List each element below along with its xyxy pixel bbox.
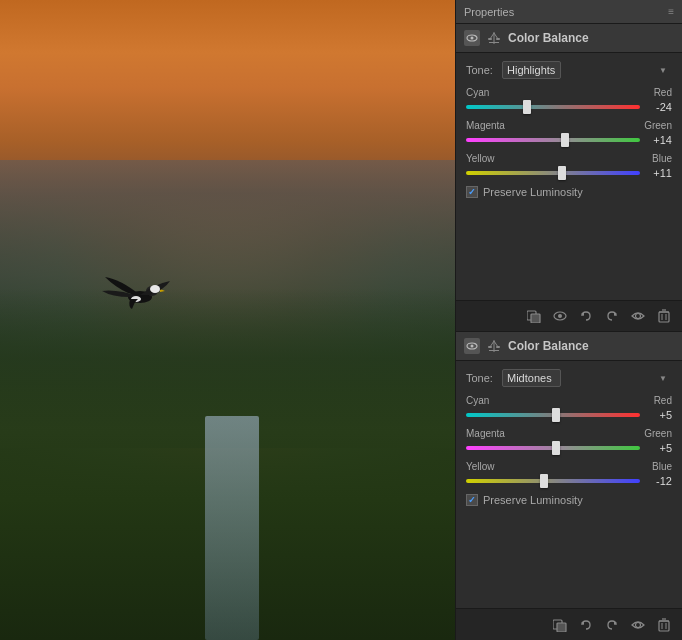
preserve-checkbox-1[interactable] bbox=[466, 186, 478, 198]
slider-track-cr-2 bbox=[466, 413, 640, 417]
preserve-checkbox-2[interactable] bbox=[466, 494, 478, 506]
section-1-balance-icon bbox=[486, 30, 502, 46]
svg-point-19 bbox=[636, 314, 641, 319]
svg-point-4 bbox=[150, 285, 160, 293]
magenta-label-1: Magenta bbox=[466, 120, 505, 131]
slider-track-yb-1 bbox=[466, 171, 640, 175]
magenta-label-2: Magenta bbox=[466, 428, 505, 439]
svg-point-37 bbox=[636, 622, 641, 627]
slider-with-value-cr-2: +5 bbox=[466, 408, 672, 422]
red-label-1: Red bbox=[654, 87, 672, 98]
slider-value-yb-2: -12 bbox=[644, 475, 672, 487]
tone-row-2: Tone: Midtones Shadows Highlights bbox=[466, 369, 672, 387]
tone-select-wrapper-2[interactable]: Midtones Shadows Highlights bbox=[502, 369, 672, 387]
svg-point-16 bbox=[558, 314, 562, 318]
color-balance-section-1: Color Balance Tone: Highlights Midtones … bbox=[456, 24, 682, 300]
slider-track-wrapper-mg-1[interactable] bbox=[466, 133, 640, 147]
preserve-label-1: Preserve Luminosity bbox=[483, 186, 583, 198]
toolbar-eye-icon-1[interactable] bbox=[550, 306, 570, 326]
preserve-label-2: Preserve Luminosity bbox=[483, 494, 583, 506]
tone-select-1[interactable]: Highlights Midtones Shadows bbox=[502, 61, 561, 79]
slider-track-wrapper-1[interactable] bbox=[466, 100, 640, 114]
toolbar-add-icon[interactable] bbox=[524, 306, 544, 326]
tone-select-wrapper-1[interactable]: Highlights Midtones Shadows bbox=[502, 61, 672, 79]
slider-row-1-yellow-blue: Yellow Blue +11 bbox=[466, 153, 672, 180]
eagle bbox=[100, 269, 180, 319]
slider-row-1-magenta-green: Magenta Green +14 bbox=[466, 120, 672, 147]
tone-label-1: Tone: bbox=[466, 64, 496, 76]
slider-thumb-yb-2[interactable] bbox=[540, 474, 548, 488]
panel-menu-icon[interactable]: ≡ bbox=[668, 6, 674, 17]
green-label-1: Green bbox=[644, 120, 672, 131]
section-1-titlebar: Color Balance bbox=[456, 24, 682, 53]
tone-label-2: Tone: bbox=[466, 372, 496, 384]
slider-with-value-1: -24 bbox=[466, 100, 672, 114]
slider-thumb-1[interactable] bbox=[523, 100, 531, 114]
slider-track-wrapper-cr-2[interactable] bbox=[466, 408, 640, 422]
blue-label-1: Blue bbox=[652, 153, 672, 164]
slider-with-value-yb-1: +11 bbox=[466, 166, 672, 180]
preserve-row-1: Preserve Luminosity bbox=[466, 186, 672, 198]
yellow-label-1: Yellow bbox=[466, 153, 495, 164]
red-label-2: Red bbox=[654, 395, 672, 406]
slider-track-wrapper-mg-2[interactable] bbox=[466, 441, 640, 455]
slider-thumb-mg-1[interactable] bbox=[561, 133, 569, 147]
slider-labels-2: Cyan Red bbox=[466, 395, 672, 406]
slider-row-2-magenta-green: Magenta Green +5 bbox=[466, 428, 672, 455]
slider-row-2-cyan-red: Cyan Red +5 bbox=[466, 395, 672, 422]
slider-track-wrapper-yb-1[interactable] bbox=[466, 166, 640, 180]
properties-panel: Properties ≡ Color Balance bbox=[455, 0, 682, 640]
section-1-eye-icon[interactable] bbox=[464, 30, 480, 46]
slider-with-value-mg-2: +5 bbox=[466, 441, 672, 455]
svg-rect-34 bbox=[557, 623, 566, 632]
toolbar-delete-icon[interactable] bbox=[654, 306, 674, 326]
section-2-titlebar: Color Balance bbox=[456, 332, 682, 361]
svg-rect-14 bbox=[531, 314, 540, 323]
slider-value-mg-2: +5 bbox=[644, 442, 672, 454]
svg-rect-32 bbox=[496, 346, 500, 348]
slider-labels-yb-1: Yellow Blue bbox=[466, 153, 672, 164]
bottom-undo-icon[interactable] bbox=[576, 615, 596, 635]
green-label-2: Green bbox=[644, 428, 672, 439]
toolbar-redo-icon[interactable] bbox=[602, 306, 622, 326]
slider-track-mg-1 bbox=[466, 138, 640, 142]
tone-row-1: Tone: Highlights Midtones Shadows bbox=[466, 61, 672, 79]
slider-row-2-yellow-blue: Yellow Blue -12 bbox=[466, 461, 672, 488]
cyan-label-1: Cyan bbox=[466, 87, 489, 98]
svg-rect-8 bbox=[489, 42, 499, 43]
slider-labels-1: Cyan Red bbox=[466, 87, 672, 98]
slider-with-value-yb-2: -12 bbox=[466, 474, 672, 488]
slider-thumb-mg-2[interactable] bbox=[552, 441, 560, 455]
tone-select-2[interactable]: Midtones Shadows Highlights bbox=[502, 369, 561, 387]
bottom-delete-icon[interactable] bbox=[654, 615, 674, 635]
svg-point-6 bbox=[471, 37, 474, 40]
section-1-controls: Tone: Highlights Midtones Shadows Cyan R… bbox=[456, 53, 682, 300]
slider-thumb-cr-2[interactable] bbox=[552, 408, 560, 422]
toolbar-undo-icon[interactable] bbox=[576, 306, 596, 326]
section-2-title: Color Balance bbox=[508, 339, 589, 353]
svg-rect-38 bbox=[659, 621, 669, 631]
slider-track-wrapper-yb-2[interactable] bbox=[466, 474, 640, 488]
yellow-label-2: Yellow bbox=[466, 461, 495, 472]
slider-value-cr-2: +5 bbox=[644, 409, 672, 421]
section-1-title: Color Balance bbox=[508, 31, 589, 45]
slider-track-mg-2 bbox=[466, 446, 640, 450]
image-canvas bbox=[0, 0, 455, 640]
section-2-eye-icon[interactable] bbox=[464, 338, 480, 354]
slider-with-value-mg-1: +14 bbox=[466, 133, 672, 147]
bottom-toolbar bbox=[456, 608, 682, 640]
preserve-row-2: Preserve Luminosity bbox=[466, 494, 672, 506]
svg-rect-11 bbox=[488, 38, 492, 40]
toolbar-visibility-icon[interactable] bbox=[628, 306, 648, 326]
svg-rect-31 bbox=[488, 346, 492, 348]
bottom-redo-icon[interactable] bbox=[602, 615, 622, 635]
cyan-label-2: Cyan bbox=[466, 395, 489, 406]
slider-track-yb-2 bbox=[466, 479, 640, 483]
section-2-controls: Tone: Midtones Shadows Highlights Cyan R… bbox=[456, 361, 682, 608]
bottom-visibility-icon[interactable] bbox=[628, 615, 648, 635]
color-balance-section-2: Color Balance Tone: Midtones Shadows Hig… bbox=[456, 332, 682, 608]
panel-title: Properties bbox=[464, 6, 514, 18]
slider-thumb-yb-1[interactable] bbox=[558, 166, 566, 180]
bottom-add-icon[interactable] bbox=[550, 615, 570, 635]
svg-rect-12 bbox=[496, 38, 500, 40]
